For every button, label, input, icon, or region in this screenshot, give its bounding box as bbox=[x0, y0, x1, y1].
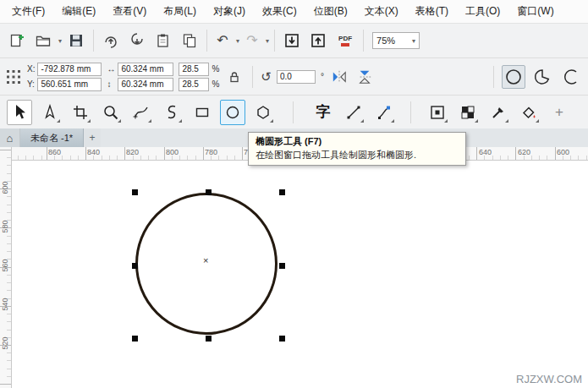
ellipse-tool-button[interactable] bbox=[220, 100, 245, 125]
selection-handle-bottom-center[interactable] bbox=[206, 336, 212, 342]
polygon-icon bbox=[255, 104, 272, 121]
scale-x-percent-label: % bbox=[212, 64, 219, 74]
tooltip-body: 在绘图窗口拖动工具绘制圆形和椭圆形. bbox=[256, 149, 459, 161]
copy-button[interactable] bbox=[178, 29, 201, 52]
rectangle-icon bbox=[194, 104, 211, 121]
menu-edit[interactable]: 编辑(E) bbox=[53, 0, 104, 23]
save-button[interactable] bbox=[64, 29, 88, 52]
text-tool-glyph: 字 bbox=[316, 102, 331, 122]
mirror-vertical-button[interactable] bbox=[354, 67, 375, 87]
menu-tools[interactable]: 工具(O) bbox=[457, 0, 508, 23]
vertical-ruler[interactable]: 600 580 560 540 520 bbox=[0, 147, 12, 388]
toolbox: 字 bbox=[0, 95, 588, 128]
redo-button[interactable]: ↷ bbox=[242, 30, 262, 51]
polygon-tool-button[interactable] bbox=[250, 100, 276, 125]
scale-y-percent-label: % bbox=[212, 79, 219, 89]
menu-text[interactable]: 文本(X) bbox=[356, 0, 407, 23]
lock-icon bbox=[228, 71, 240, 83]
cloud-upload-button[interactable] bbox=[99, 29, 123, 52]
undo-dropdown-caret[interactable]: ▾ bbox=[236, 37, 239, 45]
contour-tool-button[interactable] bbox=[425, 100, 450, 125]
menu-layout[interactable]: 布局(L) bbox=[155, 0, 205, 23]
selection-handle-middle-right[interactable] bbox=[279, 263, 285, 269]
document-tab-active[interactable]: 未命名 -1* bbox=[20, 128, 84, 147]
crop-tool-button[interactable] bbox=[68, 100, 93, 125]
selection-handle-middle-left[interactable] bbox=[132, 263, 138, 269]
selection-handle-bottom-right[interactable] bbox=[279, 336, 285, 342]
lock-ratio-button[interactable] bbox=[224, 67, 245, 87]
text-tool-button[interactable]: 字 bbox=[310, 100, 336, 125]
selection-handle-bottom-left[interactable] bbox=[132, 336, 138, 342]
menu-view[interactable]: 查看(V) bbox=[104, 0, 155, 23]
menu-table[interactable]: 表格(T) bbox=[407, 0, 457, 23]
paint-bucket-icon bbox=[520, 104, 537, 121]
y-coordinate-input[interactable] bbox=[37, 78, 102, 91]
publish-pdf-button[interactable]: PDF bbox=[332, 29, 358, 52]
more-tools-button[interactable]: + bbox=[547, 100, 572, 125]
x-coordinate-input[interactable] bbox=[37, 63, 102, 76]
plus-icon: + bbox=[555, 104, 563, 121]
menu-effects[interactable]: 效果(C) bbox=[254, 0, 305, 23]
propbar-separator bbox=[252, 66, 253, 88]
rotation-icon: ↺ bbox=[261, 70, 272, 83]
rotation-input[interactable] bbox=[277, 70, 316, 84]
mirror-horizontal-button[interactable] bbox=[329, 67, 349, 87]
ellipse-mode-button[interactable] bbox=[502, 65, 525, 89]
ellipse-shape-icon bbox=[504, 68, 523, 86]
arc-mode-button[interactable] bbox=[559, 65, 583, 89]
home-icon: ⌂ bbox=[7, 132, 14, 145]
zoom-tool-button[interactable] bbox=[98, 100, 124, 125]
freehand-tool-button[interactable] bbox=[129, 100, 154, 125]
zoom-level-value: 75% bbox=[376, 36, 395, 46]
scale-x-input[interactable] bbox=[179, 63, 209, 76]
connector-tool-button[interactable] bbox=[371, 100, 397, 125]
new-document-tab-button[interactable]: + bbox=[84, 128, 101, 147]
magnifier-icon bbox=[102, 104, 119, 121]
x-label: X: bbox=[27, 64, 35, 74]
object-height-input[interactable] bbox=[118, 78, 173, 91]
scale-y-input[interactable] bbox=[179, 78, 209, 91]
line-tool-button[interactable] bbox=[341, 100, 366, 125]
ruler-tick-label: 580 bbox=[1, 214, 9, 239]
undo-button[interactable]: ↶ bbox=[212, 30, 233, 51]
crop-icon bbox=[72, 104, 89, 121]
export-button[interactable] bbox=[306, 29, 330, 52]
import-button[interactable] bbox=[280, 29, 304, 52]
zoom-level-combobox[interactable]: 75% ▾ bbox=[372, 32, 420, 49]
fill-tool-button[interactable] bbox=[516, 100, 541, 125]
eyedropper-tool-button[interactable] bbox=[486, 100, 511, 125]
selection-handle-top-right[interactable] bbox=[279, 189, 285, 195]
artistic-media-tool-button[interactable] bbox=[159, 100, 184, 125]
selection-handle-top-center[interactable] bbox=[206, 189, 212, 195]
selection-handle-top-left[interactable] bbox=[132, 189, 138, 195]
menu-file[interactable]: 文件(F) bbox=[3, 0, 53, 23]
menu-window[interactable]: 窗口(W) bbox=[508, 0, 562, 23]
open-dropdown-caret[interactable]: ▾ bbox=[58, 37, 62, 45]
y-label: Y: bbox=[27, 79, 35, 89]
object-width-input[interactable] bbox=[118, 63, 173, 76]
menu-bitmap[interactable]: 位图(B) bbox=[305, 0, 356, 23]
cloud-download-button[interactable] bbox=[125, 29, 149, 52]
pattern-fill-tool-button[interactable] bbox=[455, 100, 481, 125]
rectangle-tool-button[interactable] bbox=[190, 100, 215, 125]
ellipse-icon bbox=[224, 104, 241, 121]
drawing-canvas[interactable]: × RJZXW.COM bbox=[12, 161, 588, 388]
toolbar-separator bbox=[206, 30, 207, 52]
ruler-tick-label: 820 bbox=[126, 148, 139, 156]
ruler-tick-label: 640 bbox=[479, 148, 492, 156]
square-in-square-icon bbox=[429, 104, 446, 121]
position-grid-icon[interactable] bbox=[5, 68, 22, 85]
redo-dropdown-caret[interactable]: ▾ bbox=[266, 37, 269, 45]
object-center-mark[interactable]: × bbox=[203, 255, 208, 265]
menu-object[interactable]: 对象(J) bbox=[205, 0, 254, 23]
home-tab-button[interactable]: ⌂ bbox=[0, 128, 20, 147]
new-document-button[interactable] bbox=[5, 29, 29, 52]
paste-button[interactable] bbox=[151, 29, 175, 52]
ruler-tick-label: 540 bbox=[1, 292, 9, 317]
shape-tool-button[interactable] bbox=[37, 100, 63, 125]
pick-tool-button[interactable] bbox=[7, 100, 32, 125]
toolbar-separator bbox=[274, 30, 275, 52]
import-icon bbox=[283, 32, 300, 49]
pie-mode-button[interactable] bbox=[530, 65, 554, 89]
open-button[interactable] bbox=[31, 29, 55, 52]
